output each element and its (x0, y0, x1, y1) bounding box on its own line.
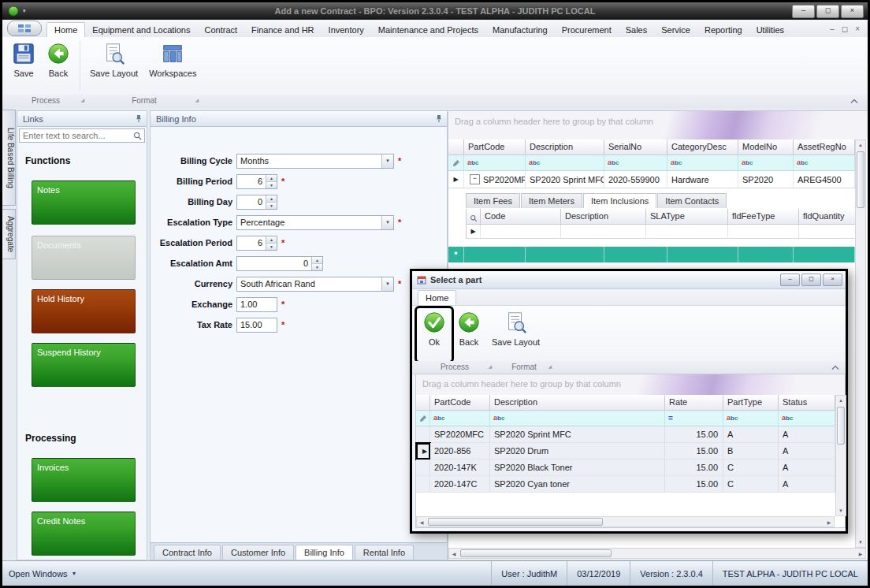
filter-cell[interactable]: = (665, 411, 723, 426)
documents-button[interactable]: Documents (32, 236, 136, 280)
tab-contract-info[interactable]: Contract Info (154, 545, 221, 560)
cell[interactable]: A (779, 476, 835, 493)
save-button[interactable]: Save (6, 39, 41, 92)
detail-column-code[interactable]: Code (481, 209, 561, 225)
spin-up-icon[interactable]: ▲ (312, 257, 322, 263)
table-row-selected[interactable]: ▶ 2020-856 SP2020 Drum 15.00 B A (416, 443, 835, 460)
workspaces-button[interactable]: Workspaces (143, 39, 202, 92)
billing-cycle-select[interactable]: Months ▼ (236, 154, 394, 169)
mdi-close-icon[interactable]: × (855, 24, 860, 33)
tab-item-inclusions[interactable]: Item Inclusions (583, 193, 656, 208)
cell[interactable]: A (779, 426, 835, 443)
scrollbar-thumb[interactable] (428, 518, 603, 526)
column-header-partcode[interactable]: PartCode (464, 140, 526, 155)
scroll-left-icon[interactable]: ◀ (417, 517, 426, 527)
spin-up-icon[interactable]: ▲ (266, 175, 277, 181)
chevron-down-icon[interactable]: ▼ (381, 154, 393, 168)
collapse-detail-icon[interactable]: − (470, 174, 480, 184)
horizontal-scrollbar[interactable]: ◀ ▶ (448, 548, 866, 559)
ribbon-tab-procurement[interactable]: Procurement (555, 23, 619, 37)
filter-cell[interactable]: abc (604, 155, 667, 171)
minimize-button[interactable]: – (792, 5, 815, 18)
billing-period-spinner[interactable]: 6 ▲▼ (236, 174, 277, 189)
cell[interactable]: Hardware (667, 171, 738, 188)
vertical-scrollbar[interactable]: ▲ ▼ (855, 140, 866, 548)
exchange-field[interactable]: 1.00 (236, 297, 277, 312)
group-by-bar[interactable]: Drag a column header here to group by th… (448, 111, 868, 140)
ribbon-tab-service[interactable]: Service (654, 23, 697, 37)
search-input[interactable] (20, 131, 133, 140)
detail-empty-row[interactable]: ▶ (466, 225, 857, 239)
column-header-status[interactable]: Status (779, 395, 835, 411)
cell[interactable] (794, 247, 855, 262)
notes-button[interactable]: Notes (32, 180, 136, 225)
column-header-description[interactable]: Description (490, 395, 665, 411)
table-row[interactable]: SP2020MFC SP2020 Sprint MFC 15.00 A A (416, 426, 835, 443)
cell[interactable]: 2020-559900 (604, 171, 667, 188)
cell[interactable]: 2020-147K (430, 460, 490, 476)
quick-access-dropdown-icon[interactable]: ▾ (23, 8, 26, 14)
spin-down-icon[interactable]: ▼ (266, 202, 277, 209)
table-row[interactable]: 2020-147K SP2020 Black Toner 15.00 C A (416, 460, 835, 476)
tab-item-fees[interactable]: Item Fees (466, 193, 520, 208)
cell[interactable] (481, 225, 561, 239)
ribbon-tab-contract[interactable]: Contract (198, 23, 245, 37)
cell[interactable] (646, 225, 728, 239)
escalation-period-spinner[interactable]: 6 ▲▼ (236, 236, 277, 251)
scroll-up-icon[interactable]: ▲ (856, 140, 865, 150)
column-header-rate[interactable]: Rate (665, 395, 723, 411)
cell[interactable] (561, 225, 646, 239)
filter-cell[interactable]: abc (794, 155, 855, 171)
mdi-minimize-icon[interactable]: – (830, 24, 835, 33)
ok-button[interactable]: Ok (417, 308, 452, 361)
dialog-launcher-icon[interactable]: ◢ (488, 361, 492, 372)
detail-column-slatype[interactable]: SLAType (646, 209, 728, 225)
cell[interactable]: A (779, 443, 835, 460)
ribbon-tab-equipment-and-locations[interactable]: Equipment and Locations (85, 23, 197, 37)
spin-down-icon[interactable]: ▼ (266, 181, 277, 188)
tab-item-contacts[interactable]: Item Contacts (657, 193, 727, 208)
filter-cell[interactable]: abc (723, 411, 779, 426)
cell[interactable] (728, 225, 799, 239)
dialog-back-button[interactable]: Back (452, 308, 486, 361)
cell[interactable]: A (779, 460, 835, 476)
escalation-type-select[interactable]: Percentage ▼ (236, 215, 394, 230)
cell[interactable]: 2020-856 (430, 443, 490, 460)
cell[interactable]: 15.00 (665, 460, 723, 476)
detail-column-description[interactable]: Description (561, 209, 646, 225)
pin-icon[interactable] (135, 114, 143, 123)
cell[interactable]: 2020-147C (430, 476, 490, 493)
vertical-scrollbar[interactable]: ▲ ▼ (835, 395, 846, 516)
cell[interactable]: −SP2020MFC (464, 171, 526, 188)
scroll-right-icon[interactable]: ▶ (856, 549, 865, 558)
cell[interactable]: SP2020 (738, 171, 794, 188)
column-header-modelno[interactable]: ModelNo (738, 140, 794, 155)
column-header-partcode[interactable]: PartCode (430, 395, 490, 411)
detail-column-fldfeetype[interactable]: fldFeeType (728, 209, 799, 225)
dialog-maximize-button[interactable]: ◻ (801, 274, 821, 286)
cell[interactable] (738, 247, 794, 262)
ribbon-tab-finance-and-hr[interactable]: Finance and HR (244, 23, 322, 37)
ribbon-tab-maintenance-and-projects[interactable]: Maintenance and Projects (371, 23, 485, 37)
cell[interactable] (604, 247, 667, 262)
cell[interactable]: SP2020 Cyan toner (490, 476, 665, 493)
cell[interactable]: SP2020MFC (430, 426, 490, 443)
close-button[interactable]: × (841, 5, 864, 18)
column-header-categorydesc[interactable]: CategoryDesc (667, 140, 738, 155)
invoices-button[interactable]: Invoices (32, 458, 136, 502)
tax-rate-field[interactable]: 15.00 (236, 318, 277, 333)
ribbon-tab-reporting[interactable]: Reporting (697, 23, 749, 37)
ribbon-tab-sales[interactable]: Sales (619, 23, 655, 37)
cell[interactable] (667, 247, 738, 262)
dialog-launcher-icon[interactable]: ◢ (80, 95, 84, 106)
pin-icon[interactable] (435, 114, 443, 123)
column-header-serialno[interactable]: SerialNo (604, 140, 667, 155)
dialog-minimize-button[interactable]: – (780, 274, 800, 286)
ribbon-collapse-icon[interactable] (850, 97, 858, 106)
chevron-down-icon[interactable]: ▼ (381, 216, 393, 229)
dialog-close-button[interactable]: × (823, 274, 842, 286)
maximize-button[interactable]: ◻ (816, 5, 839, 18)
cell[interactable]: 15.00 (665, 443, 723, 460)
currency-select[interactable]: South African Rand ▼ (236, 277, 394, 292)
horizontal-scrollbar[interactable]: ◀ ▶ (416, 516, 835, 527)
